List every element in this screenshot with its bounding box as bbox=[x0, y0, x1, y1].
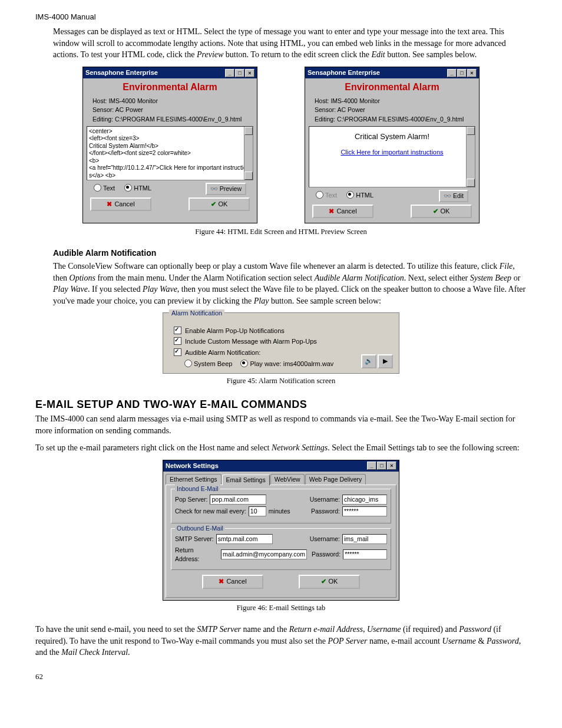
textarea-content: <center> <left><font size=3> Critical Sy… bbox=[89, 128, 250, 179]
tab-webpage-delivery[interactable]: Web Page Delivery bbox=[305, 474, 366, 485]
t: System Beep bbox=[470, 274, 511, 282]
fig45-panel: Alarm Notification Enable Alarm Pop-Up N… bbox=[163, 312, 399, 374]
t: Mail Check Interval bbox=[61, 648, 128, 657]
titlebar: Sensaphone Enterprise _ □ × bbox=[83, 67, 257, 78]
dialog-heading: Environmental Alarm bbox=[87, 81, 253, 94]
return-address-input[interactable]: mail.admin@mycompany.com bbox=[221, 549, 307, 559]
audible-heading: Audible Alarm Notification bbox=[53, 248, 527, 259]
ok-button[interactable]: ✔OK bbox=[189, 197, 250, 211]
window-controls[interactable]: _ □ × bbox=[447, 69, 477, 77]
t: , bbox=[363, 625, 367, 634]
check-interval-unit: minutes bbox=[269, 507, 290, 516]
chk-audible[interactable]: Audible Alarm Notification: bbox=[174, 348, 388, 357]
play-button[interactable]: ▶ bbox=[378, 354, 393, 368]
tab-webview[interactable]: WebView bbox=[270, 474, 305, 485]
t: Audible Alarm Notification bbox=[315, 274, 404, 282]
preview-button[interactable]: 👓Preview bbox=[206, 183, 246, 195]
radio-text-label: Text bbox=[103, 185, 115, 192]
t: To have the unit send e-mail, you need t… bbox=[35, 625, 197, 634]
minimize-icon[interactable]: _ bbox=[225, 69, 234, 77]
checkbox-icon[interactable] bbox=[174, 348, 181, 356]
host-row: Host: IMS-4000 Monitor bbox=[315, 97, 470, 106]
tab-ethernet[interactable]: Ethernet Settings bbox=[166, 474, 222, 485]
t: name and the bbox=[241, 625, 289, 634]
radio-play-wave[interactable]: Play wave: ims4000alrm.wav bbox=[240, 360, 333, 368]
password-input[interactable]: ****** bbox=[342, 506, 387, 516]
cancel-button[interactable]: ✖Cancel bbox=[90, 197, 151, 211]
cancel-label: Cancel bbox=[336, 207, 356, 215]
maximize-icon[interactable]: □ bbox=[457, 69, 467, 77]
t: Play bbox=[254, 297, 269, 305]
radio-html[interactable]: HTML bbox=[346, 191, 373, 200]
cancel-label: Cancel bbox=[114, 200, 134, 207]
fig44-right-window: Sensaphone Enterprise _ □ × Environmenta… bbox=[305, 67, 480, 223]
radio-text[interactable]: Text bbox=[94, 184, 115, 193]
format-radio-row: Text HTML 👓Edit bbox=[316, 190, 468, 202]
dialog-heading: Environmental Alarm bbox=[309, 81, 475, 94]
minimize-icon[interactable]: _ bbox=[367, 462, 376, 470]
username-input[interactable]: chicago_ims bbox=[342, 495, 387, 505]
maximize-icon[interactable]: □ bbox=[377, 462, 386, 470]
editing-row: Editing: C:\PROGRAM FILES\IMS-4000\Env_0… bbox=[315, 115, 470, 124]
checkbox-icon[interactable] bbox=[174, 337, 181, 345]
cancel-button[interactable]: ✖Cancel bbox=[312, 205, 373, 218]
scrollbar[interactable] bbox=[466, 127, 475, 187]
fig44-left-window: Sensaphone Enterprise _ □ × Environmenta… bbox=[82, 67, 257, 223]
close-icon[interactable]: × bbox=[387, 462, 396, 470]
close-icon[interactable]: × bbox=[245, 69, 254, 77]
check-interval-input[interactable]: 10 bbox=[249, 506, 266, 516]
speaker-button[interactable]: 🔊 bbox=[361, 354, 376, 368]
cancel-button[interactable]: ✖Cancel bbox=[202, 575, 263, 588]
chk-include-custom[interactable]: Include Custom Message with Alarm Pop-Up… bbox=[174, 337, 388, 346]
ok-button[interactable]: ✔OK bbox=[411, 205, 472, 218]
host-label: Host: bbox=[315, 97, 329, 104]
glasses-icon: 👓 bbox=[210, 185, 218, 192]
radio-text-label: Text bbox=[325, 192, 337, 199]
t: To set up the e-mail parameters right cl… bbox=[35, 443, 272, 452]
tab-strip: Ethernet Settings Email Settings WebView… bbox=[166, 474, 396, 485]
checkbox-icon[interactable] bbox=[174, 327, 181, 334]
t: . If you selected bbox=[88, 285, 143, 294]
radio-html[interactable]: HTML bbox=[124, 184, 151, 193]
chk-enable-popup[interactable]: Enable Alarm Pop-Up Notifications bbox=[174, 327, 388, 335]
ok-label: OK bbox=[219, 200, 228, 207]
t: . bbox=[128, 648, 130, 657]
sensor-row: Sensor: AC Power bbox=[92, 106, 247, 114]
minimize-icon[interactable]: _ bbox=[447, 69, 457, 77]
scrollbar[interactable] bbox=[244, 127, 253, 180]
chk-label: Include Custom Message with Alarm Pop-Up… bbox=[185, 338, 317, 345]
radio-system-beep[interactable]: System Beep bbox=[184, 360, 232, 368]
tab-email[interactable]: Email Settings bbox=[222, 475, 270, 485]
username-input[interactable]: ims_mail bbox=[342, 534, 387, 544]
t: (if required) and bbox=[401, 625, 459, 634]
t: . Next, select either bbox=[404, 274, 470, 282]
smtp-server-input[interactable]: smtp.mail.com bbox=[216, 534, 273, 544]
window-controls[interactable]: _ □ × bbox=[367, 462, 396, 470]
ok-button[interactable]: ✔OK bbox=[299, 575, 360, 588]
t: Username bbox=[442, 637, 477, 645]
radio-text[interactable]: Text bbox=[316, 191, 337, 200]
pop-server-label: Pop Server: bbox=[175, 495, 207, 504]
window-title: Sensaphone Enterprise bbox=[85, 68, 158, 77]
fig44-caption: Figure 44: HTML Edit Screen and HTML Pre… bbox=[35, 227, 527, 238]
html-source-textarea[interactable]: <center> <left><font size=3> Critical Sy… bbox=[87, 126, 253, 180]
cancel-label: Cancel bbox=[226, 578, 246, 585]
password-input[interactable]: ****** bbox=[343, 549, 387, 559]
radio-html-label: HTML bbox=[356, 192, 373, 199]
t: Network Settings bbox=[272, 443, 328, 452]
radio-label: Play wave: bbox=[250, 360, 281, 367]
edit-button[interactable]: 👓Edit bbox=[439, 190, 468, 202]
pop-server-input[interactable]: pop.mail.com bbox=[210, 495, 266, 505]
close-icon[interactable]: × bbox=[467, 69, 477, 77]
sensor-row: Sensor: AC Power bbox=[315, 106, 470, 114]
preview-link[interactable]: Click Here for important instructions bbox=[340, 149, 443, 156]
t: from the main menu. Under the Alarm Noti… bbox=[95, 274, 315, 282]
fig45-icon-buttons: 🔊 ▶ bbox=[361, 354, 393, 368]
editing-value: C:\PROGRAM FILES\IMS-4000\Env_0_9.html bbox=[337, 116, 464, 123]
sensor-value: AC Power bbox=[115, 106, 143, 113]
maximize-icon[interactable]: □ bbox=[235, 69, 244, 77]
outbound-group: Outbound E-Mail SMTP Server: smtp.mail.c… bbox=[171, 528, 391, 570]
x-icon: ✖ bbox=[329, 207, 334, 215]
x-icon: ✖ bbox=[219, 578, 224, 585]
window-controls[interactable]: _ □ × bbox=[225, 69, 254, 77]
